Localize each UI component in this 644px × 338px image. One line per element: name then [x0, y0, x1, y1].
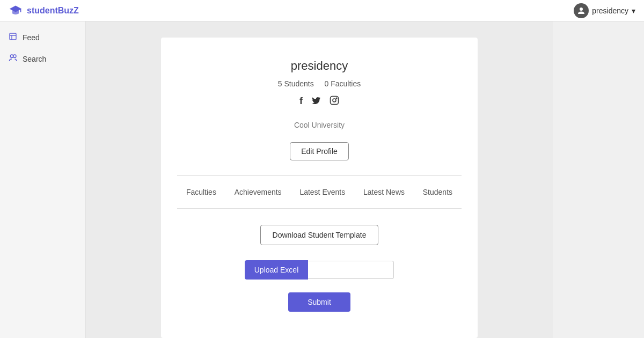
profile-tabs: Faculties Achievements Latest Events Lat… [177, 185, 462, 200]
main-layout: Feed Search presidency 5 Students 0 Facu… [0, 21, 644, 338]
profile-university: Cool University [177, 121, 462, 129]
students-count: 5 Students [278, 79, 314, 88]
divider-bottom [177, 208, 462, 209]
edit-profile-button[interactable]: Edit Profile [290, 142, 349, 160]
sidebar-feed-label: Feed [23, 33, 40, 42]
divider-top [177, 175, 462, 176]
profile-card: presidency 5 Students 0 Faculties f [161, 38, 478, 338]
sidebar-item-feed[interactable]: Feed [0, 27, 85, 48]
tab-students[interactable]: Students [423, 185, 452, 200]
tab-latest-news[interactable]: Latest News [363, 185, 405, 200]
twitter-icon[interactable] [311, 95, 321, 108]
sidebar-item-search[interactable]: Search [0, 48, 85, 70]
svg-point-6 [10, 55, 13, 57]
submit-button[interactable]: Submit [288, 292, 350, 312]
feed-icon [9, 32, 17, 43]
right-panel [553, 21, 644, 338]
app-title: studentBuzZ [27, 6, 79, 16]
tab-achievements[interactable]: Achievements [235, 185, 282, 200]
main-content: presidency 5 Students 0 Faculties f [86, 21, 553, 338]
user-avatar-icon [574, 3, 589, 18]
svg-point-9 [333, 99, 336, 102]
tab-faculties[interactable]: Faculties [186, 185, 216, 200]
instagram-icon[interactable] [330, 95, 339, 108]
brand: studentBuzZ [9, 4, 79, 18]
user-label: presidency [592, 6, 628, 15]
logo-icon [9, 4, 23, 18]
user-menu[interactable]: presidency ▾ [574, 3, 635, 18]
svg-point-10 [336, 98, 337, 99]
profile-name: presidency [177, 59, 462, 73]
svg-point-7 [13, 55, 16, 57]
tab-latest-events[interactable]: Latest Events [299, 185, 345, 200]
download-student-template-button[interactable]: Download Student Template [260, 225, 379, 245]
upload-row: Upload Excel [177, 260, 462, 280]
sidebar: Feed Search [0, 21, 86, 338]
svg-rect-3 [10, 33, 16, 40]
dropdown-arrow-icon: ▾ [632, 6, 635, 15]
facebook-icon[interactable]: f [299, 95, 303, 108]
upload-file-input[interactable] [308, 261, 394, 279]
upload-excel-button[interactable]: Upload Excel [245, 260, 309, 280]
search-people-icon [9, 54, 17, 64]
svg-point-2 [580, 8, 583, 11]
sidebar-search-label: Search [23, 55, 46, 63]
navbar: studentBuzZ presidency ▾ [0, 0, 644, 21]
profile-stats: 5 Students 0 Faculties [177, 79, 462, 88]
social-links: f [177, 95, 462, 108]
svg-rect-8 [331, 97, 339, 105]
faculties-count: 0 Faculties [325, 79, 361, 88]
